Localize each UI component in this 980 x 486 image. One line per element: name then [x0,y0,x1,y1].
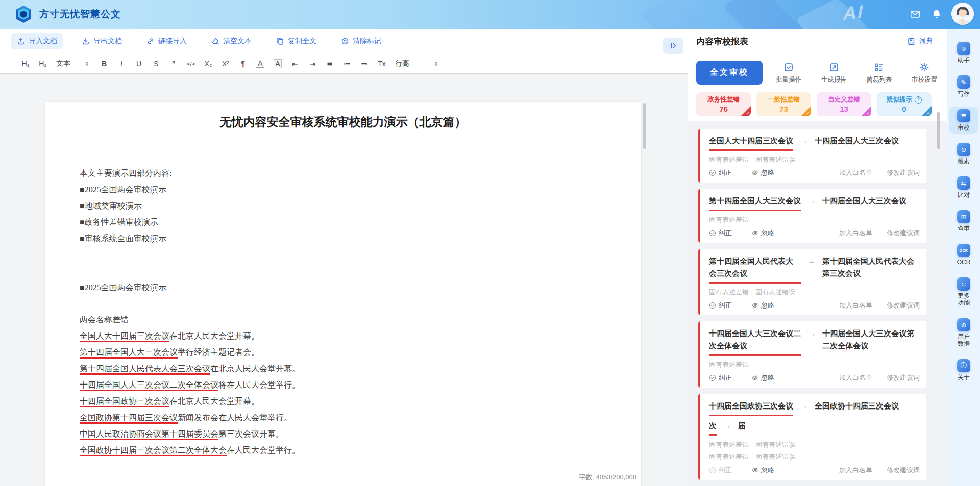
highlight-color-button[interactable]: A [274,59,282,68]
modify-suggestion-button[interactable]: 修改建议词 [887,301,920,310]
blockquote-button[interactable]: ” [169,60,178,68]
export-document-button[interactable]: 导出文档 [76,33,128,49]
simple-list-button[interactable]: 简易列表 [866,62,892,84]
batch-operation-button[interactable]: 批量操作 [776,62,801,84]
correct-button[interactable]: 纠正 [709,373,732,382]
mail-icon[interactable] [910,9,921,20]
error-text[interactable]: 十四届全国人大三次会议二次全体会议 [80,380,218,391]
correct-button[interactable]: 纠正 [709,466,732,475]
sidebar-item-search[interactable]: ⊙ 检索 [949,140,978,167]
modify-suggestion-button[interactable]: 修改建议词 [887,466,920,475]
sidebar-item-assistant[interactable]: ☺ 助手 [949,39,978,66]
sidebar-item-user-data[interactable]: ⊕ 用户数据 [949,316,978,350]
error-text[interactable]: 第十四届全国人民代表大会三次会议 [80,364,210,375]
panel-scrollbar[interactable] [937,112,940,149]
stat-suspected-hints[interactable]: 疑似提示? 0 ✓ [877,92,932,116]
clear-text-button[interactable]: 清空文本 [206,33,257,49]
add-whitelist-button[interactable]: 加入白名单 [839,466,872,475]
line-height-dropdown-icon[interactable]: ⇕ [432,61,440,67]
font-color-button[interactable]: A [256,60,264,68]
superscript-button[interactable]: X² [222,60,230,68]
card-error-text[interactable]: 第十四届全国人大三次会议 [709,195,801,211]
error-text[interactable]: 第十四届全国人大三次会议 [80,348,178,359]
user-avatar[interactable] [951,3,974,25]
correct-button[interactable]: 纠正 [709,228,732,238]
modify-suggestion-button[interactable]: 修改建议词 [887,168,920,177]
review-card[interactable]: 第十四届全国人大三次会议 → 十四届全国人大三次会议 固有表述差错 纠正 忽略 … [698,189,926,243]
ignore-button[interactable]: 忽略 [751,168,774,177]
error-text[interactable]: 中国人民政治协商会议第十四届委员会 [80,429,218,440]
underline-button[interactable]: U [135,60,143,68]
error-text[interactable]: 全国政协十四届三次会议第二次全体大会 [80,446,227,456]
collapse-panel-button[interactable] [663,38,683,54]
align-button[interactable]: ≣ [326,60,334,68]
sidebar-item-about[interactable]: ⓘ 关于 [949,356,978,383]
outdent-button[interactable]: ⇤ [291,60,299,68]
card-suggestion-text[interactable]: 届 [738,420,746,432]
sidebar-item-review[interactable]: ≣ 审校 [949,107,978,134]
sidebar-item-writing[interactable]: ✎ 写作 [949,73,978,100]
help-icon[interactable]: ? [915,96,922,104]
stat-political-errors[interactable]: 政务性差错 76 ✓ [696,92,751,116]
code-button[interactable]: </> [187,61,195,67]
copy-all-button[interactable]: 复制全文 [271,33,322,49]
review-settings-button[interactable]: 审校设置 [912,62,937,84]
line-height-button[interactable]: 行高 [395,59,409,68]
error-text[interactable]: 全国人大十四届三次会议 [80,331,169,342]
link-import-button[interactable]: 链接导入 [141,33,192,49]
modify-suggestion-button[interactable]: 修改建议词 [887,228,920,238]
editor-scrollbar[interactable] [643,103,646,149]
indent-button[interactable]: ⇥ [308,60,316,68]
correct-button[interactable]: 纠正 [709,168,732,177]
card-suggestion-text[interactable]: 第十四届全国人民代表大会第三次会议 [822,255,920,279]
sidebar-item-duplicate-check[interactable]: ⊞ 查重 [949,208,978,235]
text-style-select[interactable]: 文本 [56,59,70,68]
review-card[interactable]: 十四届全国政协三次会议 → 全国政协十四届三次会议 次 → 届 固有表述差错 固… [698,394,926,480]
full-review-button[interactable]: 全文审校 [696,61,763,85]
ignore-button[interactable]: 忽略 [751,228,774,238]
dictionary-button[interactable]: 词典 [907,37,933,46]
card-suggestion-text[interactable]: 十四届全国人大三次会议第二次全体会议 [822,327,920,352]
add-whitelist-button[interactable]: 加入白名单 [839,373,872,382]
stat-custom-errors[interactable]: 自定义差错 13 ✓ [817,92,871,116]
ignore-button[interactable]: 忽略 [751,301,774,310]
card-suggestion-text[interactable]: 全国政协十四届三次会议 [815,400,899,412]
paragraph-mark-button[interactable]: ¶ [239,60,247,68]
error-text[interactable]: 十四届全国政协三次会议 [80,397,169,407]
strikethrough-button[interactable]: S [152,60,160,68]
bold-button[interactable]: B [100,60,108,68]
card-error-text[interactable]: 全国人大十四届三次会议 [709,135,793,151]
review-card[interactable]: 十四届全国人大三次会议二次全体会议 → 十四届全国人大三次会议第二次全体会议 固… [698,321,926,388]
italic-button[interactable]: I [117,60,126,68]
heading2-button[interactable]: H₂ [39,60,47,68]
subscript-button[interactable]: X₂ [204,60,212,68]
add-whitelist-button[interactable]: 加入白名单 [839,301,872,310]
heading1-button[interactable]: H₁ [21,60,30,68]
modify-suggestion-button[interactable]: 修改建议词 [887,373,920,382]
sidebar-item-compare[interactable]: ⇆ 比对 [949,174,978,201]
card-suggestion-text[interactable]: 十四届全国人大三次会议 [822,195,906,207]
review-card[interactable]: 第十四届全国人民代表大会三次会议 → 第十四届全国人民代表大会第三次会议 固有表… [698,249,926,315]
card-error-text[interactable]: 第十四届全国人民代表大会三次会议 [709,255,801,284]
add-whitelist-button[interactable]: 加入白名单 [839,228,872,238]
error-text[interactable]: 全国政协第十四届三次会议 [80,413,178,424]
card-suggestion-text[interactable]: 十四届全国人大三次会议 [815,135,899,147]
sidebar-item-more-features[interactable]: ∷ 更多功能 [949,275,978,309]
generate-report-button[interactable]: 生成报告 [821,62,847,84]
ignore-button[interactable]: 忽略 [751,466,774,475]
text-style-dropdown-icon[interactable]: ⇕ [83,61,91,67]
ignore-button[interactable]: 忽略 [751,373,774,382]
add-whitelist-button[interactable]: 加入白名单 [839,168,872,177]
stat-general-errors[interactable]: 一般性差错 73 ✓ [756,92,811,116]
document-page[interactable]: 无忧内容安全审核系统审校能力演示（北京篇） 本文主要演示四部分内容: ■2025… [45,102,641,486]
correct-button[interactable]: 纠正 [709,301,732,310]
card-error-text[interactable]: 次 [709,420,717,436]
bullet-list-button[interactable]: ≔ [343,60,351,68]
card-error-text[interactable]: 十四届全国政协三次会议 [709,400,793,416]
ordered-list-button[interactable]: ≕ [360,60,369,68]
sidebar-item-ocr[interactable]: OCR OCR [949,241,978,268]
card-error-text[interactable]: 十四届全国人大三次会议二次全体会议 [709,327,801,356]
import-document-button[interactable]: 导入文档 [11,33,63,49]
notification-bell-icon[interactable] [931,9,942,20]
review-card[interactable]: 全国人大十四届三次会议 → 十四届全国人大三次会议 固有表述差错 固有表述错误。… [698,129,926,183]
